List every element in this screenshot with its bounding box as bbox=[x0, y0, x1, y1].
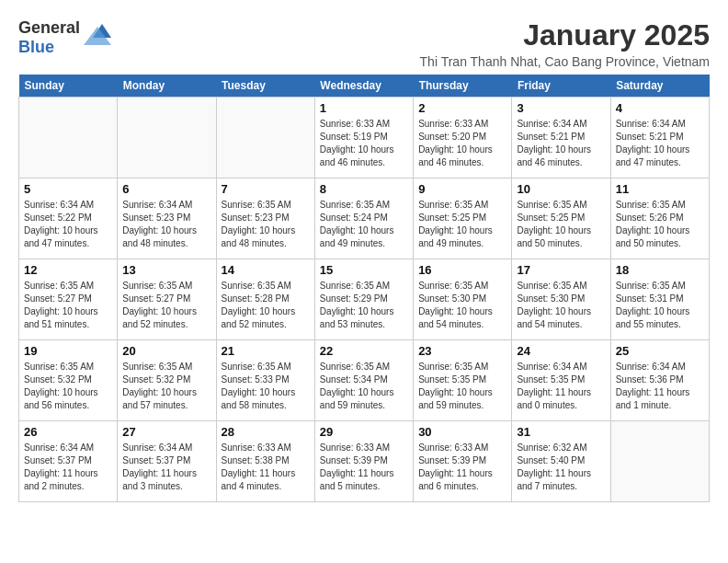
logo-text: General Blue bbox=[18, 18, 80, 57]
calendar-cell: 21Sunrise: 6:35 AM Sunset: 5:33 PM Dayli… bbox=[216, 340, 314, 421]
cell-info: Sunrise: 6:35 AM Sunset: 5:31 PM Dayligh… bbox=[616, 280, 704, 331]
calendar-cell: 24Sunrise: 6:34 AM Sunset: 5:35 PM Dayli… bbox=[512, 340, 610, 421]
cell-info: Sunrise: 6:35 AM Sunset: 5:34 PM Dayligh… bbox=[320, 361, 408, 412]
week-row-2: 5Sunrise: 6:34 AM Sunset: 5:22 PM Daylig… bbox=[19, 178, 710, 259]
cell-info: Sunrise: 6:32 AM Sunset: 5:40 PM Dayligh… bbox=[517, 442, 605, 493]
cell-date: 28 bbox=[222, 425, 310, 439]
cell-info: Sunrise: 6:33 AM Sunset: 5:20 PM Dayligh… bbox=[418, 118, 506, 169]
calendar-cell: 1Sunrise: 6:33 AM Sunset: 5:19 PM Daylig… bbox=[314, 98, 413, 178]
cell-date: 6 bbox=[122, 182, 210, 196]
calendar-title: January 2025 bbox=[420, 18, 710, 52]
calendar-cell: 13Sunrise: 6:35 AM Sunset: 5:27 PM Dayli… bbox=[118, 259, 216, 340]
cell-info: Sunrise: 6:35 AM Sunset: 5:32 PM Dayligh… bbox=[24, 361, 112, 412]
cell-info: Sunrise: 6:34 AM Sunset: 5:35 PM Dayligh… bbox=[517, 361, 605, 412]
cell-info: Sunrise: 6:34 AM Sunset: 5:23 PM Dayligh… bbox=[122, 199, 210, 250]
cell-info: Sunrise: 6:33 AM Sunset: 5:38 PM Dayligh… bbox=[222, 442, 310, 493]
logo-general: General bbox=[18, 18, 80, 37]
calendar-cell: 23Sunrise: 6:35 AM Sunset: 5:35 PM Dayli… bbox=[414, 340, 512, 421]
day-header-wednesday: Wednesday bbox=[314, 75, 413, 98]
cell-info: Sunrise: 6:34 AM Sunset: 5:21 PM Dayligh… bbox=[616, 118, 704, 169]
calendar-cell: 17Sunrise: 6:35 AM Sunset: 5:30 PM Dayli… bbox=[512, 259, 610, 340]
cell-info: Sunrise: 6:35 AM Sunset: 5:32 PM Dayligh… bbox=[122, 361, 210, 412]
cell-info: Sunrise: 6:35 AM Sunset: 5:26 PM Dayligh… bbox=[616, 199, 704, 250]
week-row-4: 19Sunrise: 6:35 AM Sunset: 5:32 PM Dayli… bbox=[19, 340, 710, 421]
cell-info: Sunrise: 6:35 AM Sunset: 5:24 PM Dayligh… bbox=[320, 199, 408, 250]
cell-date: 26 bbox=[24, 425, 112, 439]
logo-blue: Blue bbox=[18, 38, 54, 56]
day-header-monday: Monday bbox=[118, 75, 216, 98]
calendar-cell: 8Sunrise: 6:35 AM Sunset: 5:24 PM Daylig… bbox=[314, 178, 413, 259]
cell-info: Sunrise: 6:35 AM Sunset: 5:29 PM Dayligh… bbox=[320, 280, 408, 331]
cell-date: 9 bbox=[418, 182, 506, 196]
cell-info: Sunrise: 6:34 AM Sunset: 5:37 PM Dayligh… bbox=[122, 442, 210, 493]
cell-info: Sunrise: 6:35 AM Sunset: 5:27 PM Dayligh… bbox=[122, 280, 210, 331]
calendar-cell: 16Sunrise: 6:35 AM Sunset: 5:30 PM Dayli… bbox=[414, 259, 512, 340]
cell-info: Sunrise: 6:35 AM Sunset: 5:27 PM Dayligh… bbox=[24, 280, 112, 331]
cell-info: Sunrise: 6:35 AM Sunset: 5:25 PM Dayligh… bbox=[418, 199, 506, 250]
cell-info: Sunrise: 6:35 AM Sunset: 5:28 PM Dayligh… bbox=[222, 280, 310, 331]
cell-info: Sunrise: 6:33 AM Sunset: 5:19 PM Dayligh… bbox=[320, 118, 408, 169]
cell-info: Sunrise: 6:35 AM Sunset: 5:23 PM Dayligh… bbox=[222, 199, 310, 250]
cell-info: Sunrise: 6:34 AM Sunset: 5:21 PM Dayligh… bbox=[517, 118, 605, 169]
calendar-table: SundayMondayTuesdayWednesdayThursdayFrid… bbox=[18, 75, 710, 502]
cell-info: Sunrise: 6:35 AM Sunset: 5:35 PM Dayligh… bbox=[418, 361, 506, 412]
calendar-cell bbox=[19, 98, 118, 178]
calendar-cell bbox=[610, 421, 709, 502]
cell-info: Sunrise: 6:34 AM Sunset: 5:37 PM Dayligh… bbox=[24, 442, 112, 493]
cell-date: 12 bbox=[24, 263, 112, 277]
page-header: General Blue January 2025 Thi Tran Thanh… bbox=[18, 18, 710, 69]
cell-info: Sunrise: 6:34 AM Sunset: 5:22 PM Dayligh… bbox=[24, 199, 112, 250]
calendar-cell: 15Sunrise: 6:35 AM Sunset: 5:29 PM Dayli… bbox=[314, 259, 413, 340]
logo: General Blue bbox=[18, 18, 111, 57]
day-header-tuesday: Tuesday bbox=[216, 75, 314, 98]
week-row-3: 12Sunrise: 6:35 AM Sunset: 5:27 PM Dayli… bbox=[19, 259, 710, 340]
calendar-cell: 29Sunrise: 6:33 AM Sunset: 5:39 PM Dayli… bbox=[314, 421, 413, 502]
cell-date: 4 bbox=[616, 101, 704, 115]
cell-date: 7 bbox=[222, 182, 310, 196]
cell-date: 25 bbox=[616, 344, 704, 358]
calendar-cell: 4Sunrise: 6:34 AM Sunset: 5:21 PM Daylig… bbox=[610, 98, 709, 178]
calendar-cell: 18Sunrise: 6:35 AM Sunset: 5:31 PM Dayli… bbox=[610, 259, 709, 340]
cell-date: 16 bbox=[418, 263, 506, 277]
cell-info: Sunrise: 6:35 AM Sunset: 5:30 PM Dayligh… bbox=[418, 280, 506, 331]
cell-date: 27 bbox=[122, 425, 210, 439]
calendar-cell: 26Sunrise: 6:34 AM Sunset: 5:37 PM Dayli… bbox=[19, 421, 118, 502]
calendar-cell: 27Sunrise: 6:34 AM Sunset: 5:37 PM Dayli… bbox=[118, 421, 216, 502]
cell-date: 24 bbox=[517, 344, 605, 358]
cell-date: 10 bbox=[517, 182, 605, 196]
cell-date: 22 bbox=[320, 344, 408, 358]
cell-date: 8 bbox=[320, 182, 408, 196]
cell-date: 1 bbox=[320, 101, 408, 115]
cell-date: 18 bbox=[616, 263, 704, 277]
calendar-cell bbox=[216, 98, 314, 178]
calendar-cell: 25Sunrise: 6:34 AM Sunset: 5:36 PM Dayli… bbox=[610, 340, 709, 421]
calendar-cell: 10Sunrise: 6:35 AM Sunset: 5:25 PM Dayli… bbox=[512, 178, 610, 259]
calendar-cell: 22Sunrise: 6:35 AM Sunset: 5:34 PM Dayli… bbox=[314, 340, 413, 421]
cell-date: 3 bbox=[517, 101, 605, 115]
cell-date: 20 bbox=[122, 344, 210, 358]
calendar-cell: 2Sunrise: 6:33 AM Sunset: 5:20 PM Daylig… bbox=[414, 98, 512, 178]
calendar-cell: 3Sunrise: 6:34 AM Sunset: 5:21 PM Daylig… bbox=[512, 98, 610, 178]
cell-date: 19 bbox=[24, 344, 112, 358]
cell-info: Sunrise: 6:35 AM Sunset: 5:25 PM Dayligh… bbox=[517, 199, 605, 250]
cell-date: 30 bbox=[418, 425, 506, 439]
week-row-5: 26Sunrise: 6:34 AM Sunset: 5:37 PM Dayli… bbox=[19, 421, 710, 502]
calendar-cell: 7Sunrise: 6:35 AM Sunset: 5:23 PM Daylig… bbox=[216, 178, 314, 259]
title-block: January 2025 Thi Tran Thanh Nhat, Cao Ba… bbox=[420, 18, 710, 69]
calendar-cell: 6Sunrise: 6:34 AM Sunset: 5:23 PM Daylig… bbox=[118, 178, 216, 259]
day-header-thursday: Thursday bbox=[414, 75, 512, 98]
day-header-friday: Friday bbox=[512, 75, 610, 98]
calendar-cell: 30Sunrise: 6:33 AM Sunset: 5:39 PM Dayli… bbox=[414, 421, 512, 502]
calendar-cell: 9Sunrise: 6:35 AM Sunset: 5:25 PM Daylig… bbox=[414, 178, 512, 259]
cell-date: 31 bbox=[517, 425, 605, 439]
day-header-saturday: Saturday bbox=[610, 75, 709, 98]
calendar-subtitle: Thi Tran Thanh Nhat, Cao Bang Province, … bbox=[420, 54, 710, 69]
cell-date: 17 bbox=[517, 263, 605, 277]
cell-date: 29 bbox=[320, 425, 408, 439]
cell-date: 11 bbox=[616, 182, 704, 196]
cell-info: Sunrise: 6:35 AM Sunset: 5:30 PM Dayligh… bbox=[517, 280, 605, 331]
cell-date: 13 bbox=[122, 263, 210, 277]
cell-date: 2 bbox=[418, 101, 506, 115]
cell-info: Sunrise: 6:33 AM Sunset: 5:39 PM Dayligh… bbox=[320, 442, 408, 493]
cell-date: 21 bbox=[222, 344, 310, 358]
